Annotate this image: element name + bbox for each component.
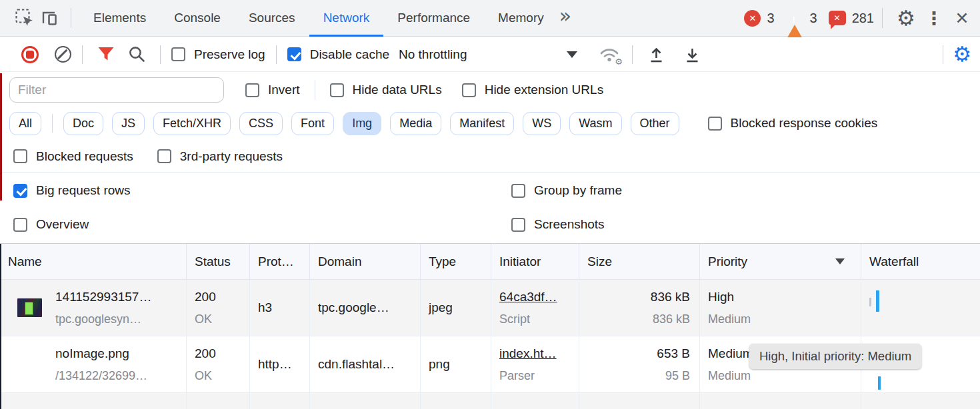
throttling-select[interactable]: No throttling <box>399 47 577 62</box>
checkbox-unchecked[interactable] <box>511 218 525 232</box>
hide-extension-urls-checkbox[interactable]: Hide extension URLs <box>462 83 603 97</box>
checkbox-unchecked[interactable] <box>511 184 525 198</box>
cell-initiator[interactable]: 64ca3df… <box>491 393 579 409</box>
cell-priority[interactable]: High Medium <box>700 280 861 336</box>
cell-status[interactable]: 200 OK <box>187 336 250 392</box>
cell-name[interactable]: noImage.png /134122/32699… <box>0 336 187 392</box>
settings-gear-icon[interactable]: ⚙ <box>893 5 919 31</box>
blocked-requests-checkbox[interactable]: Blocked requests <box>13 149 133 164</box>
column-header-initiator[interactable]: Initiator <box>491 244 579 279</box>
cell-name[interactable]: 141152993157… tpc.googlesyn… <box>0 280 187 336</box>
column-header-priority[interactable]: Priority <box>700 244 861 279</box>
group-by-frame-checkbox[interactable]: Group by frame <box>511 183 622 198</box>
filter-chip-fetch-xhr[interactable]: Fetch/XHR <box>153 112 231 135</box>
cell-size[interactable]: 836 kB 836 kB <box>579 280 700 336</box>
export-har-icon[interactable] <box>679 42 705 67</box>
cell-waterfall[interactable] <box>861 280 980 336</box>
tab-console[interactable]: Console <box>160 0 235 37</box>
cell-protocol[interactable]: http… <box>250 336 310 392</box>
column-header-name[interactable]: Name <box>0 244 187 279</box>
cell-waterfall[interactable] <box>861 393 980 409</box>
disable-cache-checkbox[interactable]: Disable cache <box>287 47 389 62</box>
column-header-type[interactable]: Type <box>421 244 491 279</box>
checkbox-checked[interactable] <box>13 184 27 198</box>
checkbox-checked[interactable] <box>287 47 301 61</box>
preserve-log-checkbox[interactable]: Preserve log <box>171 47 265 62</box>
tab-memory[interactable]: Memory <box>484 0 558 37</box>
issues-count[interactable]: 281 <box>852 11 874 26</box>
checkbox-unchecked[interactable] <box>245 83 259 97</box>
tab-performance[interactable]: Performance <box>383 0 484 37</box>
invert-checkbox[interactable]: Invert <box>245 83 300 97</box>
filter-chip-wasm[interactable]: Wasm <box>569 112 621 135</box>
search-icon[interactable] <box>124 42 149 67</box>
hide-data-urls-checkbox[interactable]: Hide data URLs <box>330 83 442 97</box>
cell-initiator[interactable]: index.ht… Parser <box>491 336 579 392</box>
checkbox-unchecked[interactable] <box>171 47 185 61</box>
cell-size[interactable]: 12.0 kB <box>579 393 700 409</box>
network-conditions-icon[interactable]: ⚙ <box>597 45 621 65</box>
filter-chip-doc[interactable]: Doc <box>63 112 103 135</box>
cell-status[interactable]: 200 <box>187 393 250 409</box>
filter-chip-other[interactable]: Other <box>631 112 679 135</box>
cell-domain[interactable]: cdn.flashtal… <box>310 336 421 392</box>
column-header-waterfall[interactable]: Waterfall <box>861 244 980 279</box>
blocked-response-cookies-checkbox[interactable]: Blocked response cookies <box>708 116 878 131</box>
initiator-link[interactable]: index.ht… <box>499 342 557 365</box>
more-tabs-icon[interactable]: » <box>559 6 571 26</box>
inspect-element-icon[interactable] <box>12 5 37 31</box>
network-settings-gear-icon[interactable]: ⚙ <box>953 44 971 65</box>
filter-toggle-icon[interactable] <box>93 42 119 67</box>
cell-protocol[interactable] <box>250 393 310 409</box>
cell-status[interactable]: 200 OK <box>187 280 250 336</box>
cell-priority[interactable]: Medium <box>700 393 861 409</box>
column-header-status[interactable]: Status <box>187 244 250 279</box>
overview-checkbox[interactable]: Overview <box>13 217 89 232</box>
filter-chip-manifest[interactable]: Manifest <box>450 112 514 135</box>
close-devtools-icon[interactable]: ✕ <box>949 5 975 31</box>
initiator-link[interactable]: 64ca3df… <box>499 286 557 308</box>
tab-elements[interactable]: Elements <box>79 0 160 37</box>
cell-type[interactable] <box>421 393 491 409</box>
kebab-menu-icon[interactable]: ⋮ <box>921 5 947 31</box>
filter-chip-js[interactable]: JS <box>112 112 145 135</box>
error-badge-icon[interactable]: ✕ <box>744 10 761 27</box>
warning-badge-icon[interactable]: ! <box>786 10 804 26</box>
checkbox-unchecked[interactable] <box>708 117 722 131</box>
clear-network-log-button[interactable] <box>55 46 71 63</box>
third-party-requests-checkbox[interactable]: 3rd-party requests <box>157 149 283 164</box>
tab-network[interactable]: Network <box>309 0 384 37</box>
cell-name[interactable]: 827299944997… <box>0 393 187 409</box>
table-row[interactable]: 827299944997… 200 64ca3df… 12.0 kB Mediu… <box>0 393 980 409</box>
column-header-size[interactable]: Size <box>579 244 700 279</box>
checkbox-unchecked[interactable] <box>462 83 476 97</box>
import-har-icon[interactable] <box>643 42 669 67</box>
checkbox-unchecked[interactable] <box>13 149 27 163</box>
filter-chip-css[interactable]: CSS <box>239 112 283 135</box>
warning-count[interactable]: 3 <box>810 11 817 26</box>
filter-chip-media[interactable]: Media <box>390 112 441 135</box>
screenshots-checkbox[interactable]: Screenshots <box>511 217 605 232</box>
checkbox-unchecked[interactable] <box>330 83 344 97</box>
table-row[interactable]: 141152993157… tpc.googlesyn… 200 OK h3 t… <box>0 280 980 336</box>
checkbox-unchecked[interactable] <box>13 218 27 232</box>
tab-sources[interactable]: Sources <box>235 0 309 37</box>
filter-input[interactable] <box>9 77 224 103</box>
checkbox-unchecked[interactable] <box>157 149 171 163</box>
cell-domain[interactable] <box>310 393 421 409</box>
error-count[interactable]: 3 <box>767 11 774 26</box>
filter-chip-font[interactable]: Font <box>291 112 334 135</box>
big-request-rows-checkbox[interactable]: Big request rows <box>13 183 131 198</box>
issues-badge-icon[interactable]: ✕ <box>829 11 846 25</box>
column-header-domain[interactable]: Domain <box>310 244 421 279</box>
cell-initiator[interactable]: 64ca3df… Script <box>491 280 579 336</box>
filter-chip-ws[interactable]: WS <box>523 112 561 135</box>
cell-domain[interactable]: tpc.google… <box>310 280 421 336</box>
cell-type[interactable]: png <box>421 336 491 392</box>
filter-chip-all[interactable]: All <box>9 112 41 135</box>
cell-size[interactable]: 653 B 95 B <box>579 336 700 392</box>
record-network-log-button[interactable] <box>21 46 39 63</box>
device-toolbar-icon[interactable] <box>37 5 63 31</box>
filter-chip-img[interactable]: Img <box>343 112 381 135</box>
column-header-protocol[interactable]: Prot… <box>250 244 310 279</box>
